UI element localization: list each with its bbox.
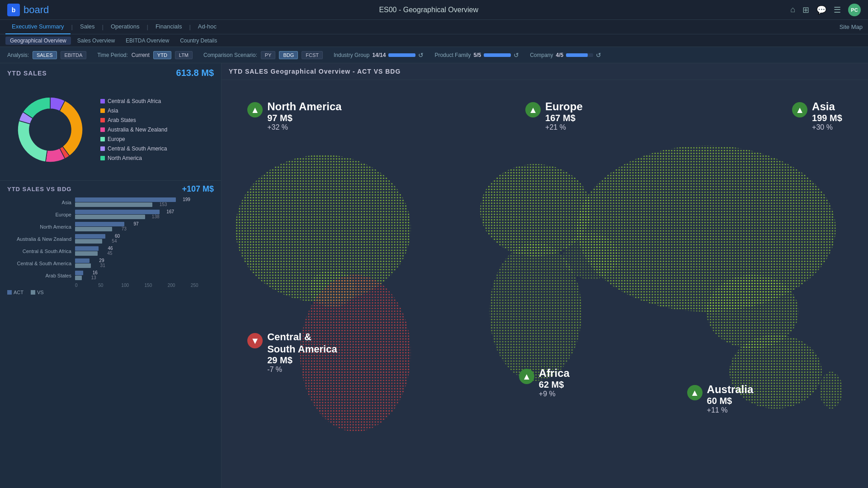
subnav-ebitda-overview[interactable]: EBITDA Overview (121, 37, 174, 45)
time-ytd-btn[interactable]: YTD (153, 51, 171, 59)
legend-central-south-america: Central & South America (100, 145, 167, 152)
ytd-sales-value: 613.8 M$ (176, 68, 214, 78)
nav-sep-2: | (102, 23, 104, 30)
australia-arrow-up: ▲ (687, 385, 703, 400)
product-progress-bar (484, 53, 511, 57)
nav-adhoc[interactable]: Ad-hoc (192, 20, 223, 34)
map-header: YTD SALES Geographical Overview - ACT VS… (222, 63, 868, 80)
subnav-sales-overview[interactable]: Sales Overview (73, 37, 119, 45)
nav-operations[interactable]: Operations (104, 20, 146, 34)
asia-arrow-up: ▲ (792, 102, 807, 117)
subnav: Geographical Overview Sales Overview EBI… (0, 34, 868, 47)
nav-executive-summary[interactable]: Executive Summary (5, 20, 71, 34)
svg-point-12 (820, 372, 843, 409)
europe-value: 167 M$ (545, 113, 583, 123)
north-america-pct: +32 % (267, 123, 341, 131)
legend-vs-label: VS (37, 290, 44, 295)
donut-chart-area: Central & South Africa Asia Arab States … (0, 81, 221, 180)
asia-name: Asia (812, 100, 842, 113)
legend-arab-states: Arab States (100, 117, 167, 123)
north-america-value: 97 M$ (267, 113, 341, 123)
australia-name: Australia (707, 383, 754, 396)
legend-europe: Europe (100, 136, 167, 142)
page-title: ES00 - Geographical Overview (67, 6, 790, 14)
africa-value: 62 M$ (539, 380, 570, 390)
right-panel: YTD SALES Geographical Overview - ACT VS… (222, 63, 868, 488)
topbar: b board ES00 - Geographical Overview ⌂ ⊞… (0, 0, 868, 20)
company-count: 4/5 (556, 52, 564, 58)
nav-sep-4: | (189, 23, 190, 30)
bar-label: Europe (7, 212, 75, 217)
time-ltm-btn[interactable]: LTM (175, 51, 193, 59)
bar-chart-area: Asia199153Europe167138North America9773A… (0, 196, 221, 488)
australia-value: 60 M$ (707, 396, 754, 406)
bar-group: 4645 (75, 246, 214, 256)
ytd-sales-title: YTD SALES (7, 70, 47, 77)
top-icons: ⌂ ⊞ 💬 ☰ PC (790, 4, 861, 16)
vsbdg-header: YTD SALES VS BDG +107 M$ (0, 181, 221, 196)
comparison-label: Comparison Scenario: (203, 52, 257, 58)
australia-pct: +11 % (707, 406, 754, 414)
product-refresh-icon[interactable]: ↺ (514, 52, 519, 59)
bar-row: Australia & New Zealand6054 (7, 234, 214, 244)
analysis-ebitda-btn[interactable]: EBITDA (61, 51, 87, 59)
vsbdg-value: +107 M$ (182, 184, 214, 194)
bar-group: 199153 (75, 197, 214, 207)
industry-progress-bar (388, 53, 415, 57)
bar-row: Central & South Africa4645 (7, 246, 214, 256)
company-refresh-icon[interactable]: ↺ (596, 52, 601, 59)
svg-point-9 (577, 145, 836, 312)
industry-label: Industry Group (334, 52, 369, 58)
bar-group: 167138 (75, 210, 214, 219)
north-america-arrow-up: ▲ (247, 102, 263, 117)
analysis-label: Analysis: (7, 52, 29, 58)
analysis-sales-btn[interactable]: SALES (33, 51, 57, 59)
home-icon[interactable]: ⌂ (790, 5, 795, 14)
analysis-group: Analysis: SALES EBITDA (7, 51, 86, 59)
region-central-south-america: ▼ Central &South America 29 M$ -7 % (247, 331, 337, 374)
svg-point-0 (30, 109, 71, 150)
europe-arrow-up: ▲ (525, 102, 541, 117)
comparison-fcst-btn[interactable]: FCST (302, 51, 323, 59)
ytd-sales-header: YTD SALES 613.8 M$ (0, 63, 221, 81)
region-africa: ▲ Africa 62 M$ +9 % (519, 367, 570, 398)
industry-count: 14/14 (372, 52, 386, 58)
nav-sales[interactable]: Sales (74, 20, 101, 34)
bar-row: Asia199153 (7, 197, 214, 207)
industry-refresh-icon[interactable]: ↺ (418, 52, 424, 59)
bar-group: 1613 (75, 271, 214, 280)
bar-label: North America (7, 224, 75, 230)
legend-australia-nz: Australia & New Zealand (100, 127, 167, 133)
time-period-group: Time Period: Current YTD LTM (97, 51, 193, 59)
bar-row: Arab States1613 (7, 271, 214, 280)
avatar[interactable]: PC (848, 4, 861, 16)
subnav-country-details[interactable]: Country Details (175, 37, 222, 45)
asia-value: 199 M$ (812, 113, 842, 123)
bar-label: Central & South Africa (7, 249, 75, 254)
legend-act-label: ACT (14, 290, 24, 295)
bar-label: Arab States (7, 273, 75, 278)
company-label: Company (530, 52, 553, 58)
time-period-label: Time Period: (97, 52, 128, 58)
filterbar: Analysis: SALES EBITDA Time Period: Curr… (0, 47, 868, 63)
nav-sep-1: | (71, 23, 73, 30)
bar-row: North America9773 (7, 222, 214, 231)
subnav-geographical-overview[interactable]: Geographical Overview (5, 37, 71, 45)
site-map-link[interactable]: Site Map (840, 23, 863, 30)
navbar: Executive Summary | Sales | Operations |… (0, 20, 868, 34)
world-map-svg (222, 80, 868, 488)
donut-chart[interactable] (7, 87, 93, 173)
logo-text: board (24, 4, 49, 16)
nav-financials[interactable]: Financials (149, 20, 189, 34)
left-panel: YTD SALES 613.8 M$ Central & South Afric… (0, 63, 222, 488)
comparison-py-btn[interactable]: PY (261, 51, 276, 59)
csa-pct: -7 % (267, 366, 337, 374)
africa-arrow-up: ▲ (519, 369, 534, 384)
comparison-bdg-btn[interactable]: BDG (279, 51, 298, 59)
menu-icon[interactable]: ☰ (834, 5, 841, 15)
africa-name: Africa (539, 367, 570, 380)
europe-name: Europe (545, 100, 583, 113)
chat-icon[interactable]: 💬 (816, 5, 826, 15)
monitor-icon[interactable]: ⊞ (802, 5, 809, 15)
bar-label: Australia & New Zealand (7, 236, 75, 242)
